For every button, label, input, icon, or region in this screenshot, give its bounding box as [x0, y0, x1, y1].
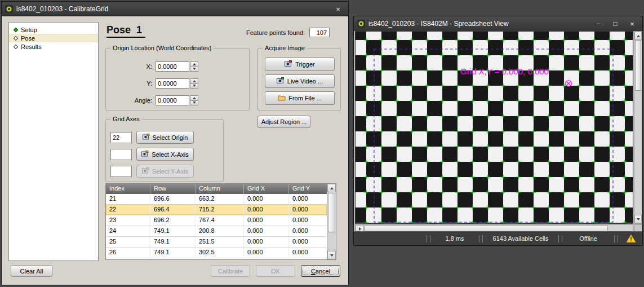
table-row[interactable]: 23696.2767.40.0000.000 — [106, 215, 327, 226]
x-axis-index-field[interactable] — [110, 149, 132, 160]
spin-up-icon[interactable] — [190, 95, 198, 101]
table-row[interactable]: 21696.6663.20.0000.000 — [106, 194, 327, 205]
table-cell: 749.1 — [150, 226, 196, 236]
grid-table-header: IndexRowColumnGrid XGrid Y — [106, 184, 327, 194]
table-cell: 767.4 — [196, 215, 244, 226]
camera-icon — [277, 77, 285, 85]
close-icon[interactable]: × — [625, 18, 639, 29]
scroll-up-icon[interactable] — [327, 184, 336, 192]
camera-icon — [142, 167, 149, 175]
select-x-axis-button[interactable]: Select X-Axis — [136, 148, 194, 161]
table-cell: 0.000 — [289, 194, 327, 204]
calibrate-button: Calibrate — [211, 265, 250, 277]
table-cell: 749.1 — [150, 248, 196, 258]
acquisition-time: 1.8 ms — [432, 232, 477, 245]
origin-index-field[interactable] — [110, 132, 132, 143]
angle-label: Angle: — [110, 97, 152, 104]
spin-down-icon[interactable] — [190, 67, 198, 72]
table-cell: 696.6 — [150, 194, 196, 204]
table-cell: 0.000 — [289, 237, 327, 247]
table-row[interactable]: 26749.1302.50.0000.000 — [106, 248, 327, 258]
angle-field[interactable] — [156, 95, 189, 105]
group-title: Origin Location (World Coordinates) — [110, 45, 214, 51]
y-stepper[interactable] — [190, 78, 198, 89]
spin-up-icon[interactable] — [190, 61, 198, 67]
select-y-axis-button: Select Y-Axis — [136, 165, 194, 178]
column-header[interactable]: Index — [106, 184, 150, 194]
x-field[interactable] — [156, 61, 189, 72]
diamond-icon — [14, 36, 18, 40]
select-origin-button[interactable]: Select Origin — [136, 131, 194, 144]
spin-up-icon[interactable] — [190, 78, 198, 84]
scroll-up-icon[interactable] — [634, 32, 642, 40]
table-cell: 25 — [106, 237, 150, 247]
close-icon[interactable]: × — [331, 3, 345, 15]
folder-icon — [278, 94, 286, 102]
feature-points-value: 107 — [309, 28, 330, 37]
status-separator — [479, 235, 483, 242]
table-cell: 0.000 — [244, 226, 289, 236]
pose-tree: Setup Pose Results — [8, 22, 99, 261]
x-label: X: — [110, 63, 152, 70]
diamond-icon — [14, 44, 18, 48]
x-stepper[interactable] — [190, 61, 198, 72]
tree-item-pose[interactable]: Pose — [9, 34, 98, 42]
tree-item-results[interactable]: Results — [9, 42, 98, 51]
column-header[interactable]: Row — [150, 184, 196, 194]
cancel-button[interactable]: Cancel — [301, 265, 340, 277]
spin-down-icon[interactable] — [190, 84, 198, 89]
calibrate-grid-window: is8402_010203 - CalibrateGrid × Setup Po… — [1, 1, 349, 285]
tree-item-label: Setup — [21, 27, 37, 33]
tree-item-label: Results — [21, 43, 42, 50]
scroll-down-icon[interactable] — [634, 215, 642, 223]
tree-item-setup[interactable]: Setup — [9, 25, 98, 34]
scrollbar-thumb[interactable] — [328, 193, 335, 232]
table-cell: 0.000 — [244, 215, 289, 226]
table-cell: 24 — [106, 226, 150, 236]
minimize-icon[interactable]: – — [592, 18, 605, 29]
alert-segment[interactable] — [620, 232, 642, 245]
calibrate-titlebar[interactable]: is8402_010203 - CalibrateGrid × — [2, 2, 348, 16]
angle-stepper[interactable] — [190, 95, 198, 105]
origin-location-group: Origin Location (World Coordinates) X: Y… — [105, 48, 250, 111]
maximize-icon[interactable]: □ — [609, 18, 622, 29]
adjust-region-button[interactable]: Adjust Region ... — [257, 116, 310, 128]
page-title: Pose 1 — [106, 24, 145, 38]
grid-overlay-text: Grid X,Y = 0.000, 0.000 — [460, 67, 549, 76]
grid-axes-group: Grid Axes Select Origin Select X-Axis — [105, 119, 224, 182]
status-separator — [614, 235, 618, 242]
table-cell: 22 — [106, 205, 150, 215]
table-cell: 749.1 — [150, 237, 196, 247]
y-field[interactable] — [156, 78, 189, 89]
status-separator — [558, 235, 562, 242]
tree-item-label: Pose — [21, 35, 35, 42]
scroll-down-icon[interactable] — [327, 251, 336, 259]
group-title: Grid Axes — [110, 116, 142, 122]
table-row[interactable]: 22696.4715.20.0000.000 — [106, 205, 327, 215]
table-cell: 0.000 — [289, 248, 327, 258]
live-video-button[interactable]: Live Video ... — [265, 74, 335, 88]
from-file-button[interactable]: From File ... — [265, 91, 335, 105]
clear-all-button[interactable]: Clear All — [11, 265, 52, 277]
y-axis-index-field — [110, 166, 132, 177]
scrollbar-thumb[interactable] — [635, 40, 641, 91]
spreadsheet-titlebar[interactable]: is8402_010203 - IS8402M - Spreadsheet Vi… — [354, 16, 642, 31]
status-separator — [427, 235, 430, 242]
column-header[interactable]: Grid Y — [289, 184, 327, 194]
column-header[interactable]: Column — [196, 184, 244, 194]
table-row[interactable]: 25749.1251.50.0000.000 — [106, 237, 327, 248]
app-icon — [5, 5, 13, 13]
spin-down-icon[interactable] — [190, 101, 198, 106]
camera-icon — [285, 60, 292, 68]
warning-icon[interactable] — [627, 235, 636, 242]
table-scrollbar[interactable] — [327, 184, 336, 259]
vertical-scrollbar[interactable] — [634, 31, 642, 224]
trigger-button[interactable]: Trigger — [265, 58, 335, 71]
camera-icon — [141, 151, 149, 158]
column-header[interactable]: Grid X — [244, 184, 289, 194]
table-row[interactable]: 24749.1200.80.0000.000 — [106, 226, 327, 237]
window-title: is8402_010203 - CalibrateGrid — [16, 5, 328, 13]
feature-table: IndexRowColumnGrid XGrid Y 21696.6663.20… — [105, 183, 336, 260]
calibration-grid-image[interactable]: Grid X,Y = 0.000, 0.000 — [355, 31, 633, 224]
window-title: is8402_010203 - IS8402M - Spreadsheet Vi… — [368, 20, 588, 28]
